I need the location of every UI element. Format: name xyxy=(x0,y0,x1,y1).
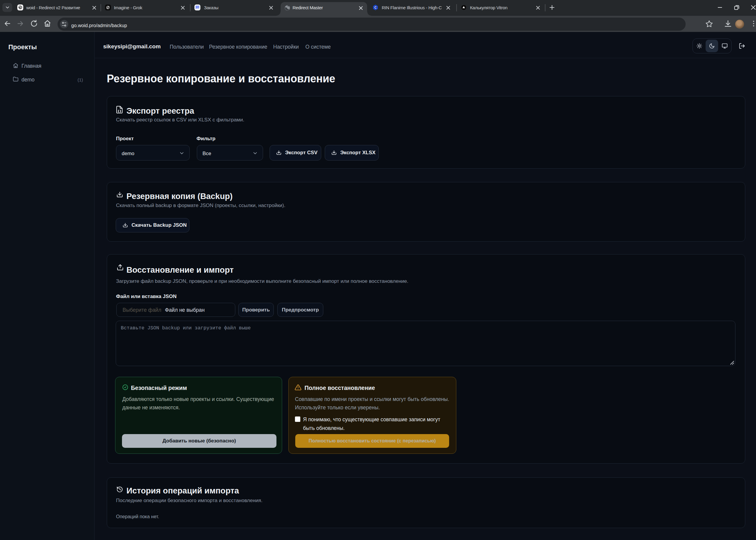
svg-text:C: C xyxy=(374,6,377,9)
